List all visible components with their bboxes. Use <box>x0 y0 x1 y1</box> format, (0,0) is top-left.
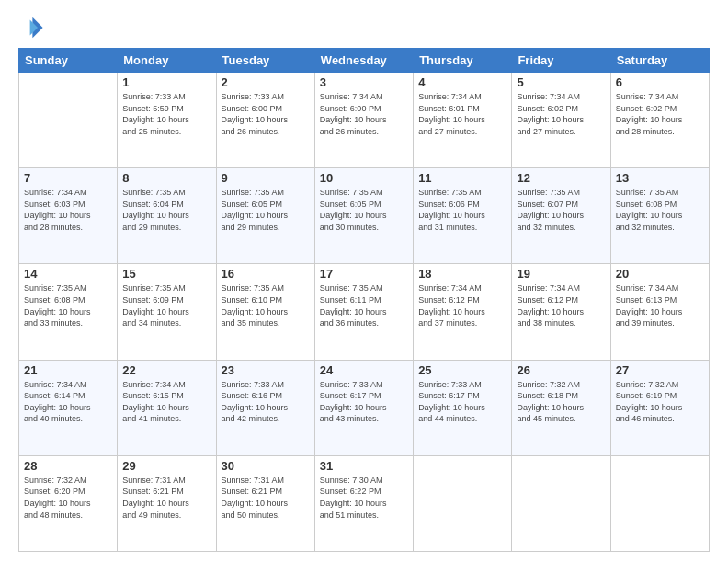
day-number: 13 <box>616 171 704 185</box>
calendar-cell: 1Sunrise: 7:33 AM Sunset: 5:59 PM Daylig… <box>118 73 216 168</box>
calendar-cell: 7Sunrise: 7:34 AM Sunset: 6:03 PM Daylig… <box>19 168 118 264</box>
calendar-cell: 11Sunrise: 7:35 AM Sunset: 6:06 PM Dayli… <box>414 168 512 264</box>
day-info: Sunrise: 7:31 AM Sunset: 6:21 PM Dayligh… <box>222 475 310 521</box>
calendar-cell: 14Sunrise: 7:35 AM Sunset: 6:08 PM Dayli… <box>19 264 118 360</box>
calendar-cell: 4Sunrise: 7:34 AM Sunset: 6:01 PM Daylig… <box>414 73 512 168</box>
day-info: Sunrise: 7:34 AM Sunset: 6:12 PM Dayligh… <box>517 282 605 328</box>
day-number: 25 <box>418 363 506 377</box>
calendar-cell: 13Sunrise: 7:35 AM Sunset: 6:08 PM Dayli… <box>610 168 709 264</box>
calendar-week-row: 14Sunrise: 7:35 AM Sunset: 6:08 PM Dayli… <box>19 264 710 360</box>
day-number: 15 <box>122 267 210 281</box>
day-info: Sunrise: 7:32 AM Sunset: 6:19 PM Dayligh… <box>616 379 704 425</box>
day-number: 16 <box>222 267 310 281</box>
day-number: 31 <box>320 459 408 473</box>
day-number: 22 <box>122 363 210 377</box>
day-number: 20 <box>616 267 704 281</box>
calendar-cell: 30Sunrise: 7:31 AM Sunset: 6:21 PM Dayli… <box>216 455 314 551</box>
calendar-cell: 24Sunrise: 7:33 AM Sunset: 6:17 PM Dayli… <box>314 360 413 455</box>
calendar-day-header: Sunday <box>19 49 118 73</box>
calendar-cell: 18Sunrise: 7:34 AM Sunset: 6:12 PM Dayli… <box>414 264 512 360</box>
day-number: 29 <box>122 459 210 473</box>
day-info: Sunrise: 7:34 AM Sunset: 6:03 PM Dayligh… <box>24 187 112 233</box>
day-info: Sunrise: 7:33 AM Sunset: 6:17 PM Dayligh… <box>320 379 408 425</box>
day-number: 4 <box>418 75 506 89</box>
day-number: 11 <box>418 171 506 185</box>
calendar-cell: 9Sunrise: 7:35 AM Sunset: 6:05 PM Daylig… <box>216 168 314 264</box>
day-info: Sunrise: 7:31 AM Sunset: 6:21 PM Dayligh… <box>122 475 210 521</box>
day-info: Sunrise: 7:34 AM Sunset: 6:13 PM Dayligh… <box>616 282 704 328</box>
calendar-cell: 22Sunrise: 7:34 AM Sunset: 6:15 PM Dayli… <box>118 360 216 455</box>
day-number: 10 <box>320 171 408 185</box>
day-info: Sunrise: 7:34 AM Sunset: 6:15 PM Dayligh… <box>122 379 210 425</box>
calendar-table: SundayMondayTuesdayWednesdayThursdayFrid… <box>18 48 710 552</box>
calendar-cell: 25Sunrise: 7:33 AM Sunset: 6:17 PM Dayli… <box>414 360 512 455</box>
calendar-day-header: Thursday <box>414 49 512 73</box>
logo <box>18 15 48 40</box>
calendar-week-row: 28Sunrise: 7:32 AM Sunset: 6:20 PM Dayli… <box>19 455 710 551</box>
day-number: 17 <box>320 267 408 281</box>
day-info: Sunrise: 7:34 AM Sunset: 6:02 PM Dayligh… <box>616 91 704 137</box>
calendar-cell: 8Sunrise: 7:35 AM Sunset: 6:04 PM Daylig… <box>118 168 216 264</box>
day-info: Sunrise: 7:34 AM Sunset: 6:14 PM Dayligh… <box>24 379 112 425</box>
day-number: 19 <box>517 267 605 281</box>
calendar-day-header: Tuesday <box>216 49 314 73</box>
calendar-day-header: Friday <box>512 49 610 73</box>
day-info: Sunrise: 7:33 AM Sunset: 6:17 PM Dayligh… <box>418 379 506 425</box>
day-info: Sunrise: 7:33 AM Sunset: 6:16 PM Dayligh… <box>222 379 310 425</box>
day-info: Sunrise: 7:35 AM Sunset: 6:07 PM Dayligh… <box>517 187 605 233</box>
calendar-cell: 29Sunrise: 7:31 AM Sunset: 6:21 PM Dayli… <box>118 455 216 551</box>
day-number: 21 <box>24 363 112 377</box>
day-number: 30 <box>222 459 310 473</box>
calendar-week-row: 1Sunrise: 7:33 AM Sunset: 5:59 PM Daylig… <box>19 73 710 168</box>
day-info: Sunrise: 7:34 AM Sunset: 6:01 PM Dayligh… <box>418 91 506 137</box>
calendar-cell: 10Sunrise: 7:35 AM Sunset: 6:05 PM Dayli… <box>314 168 413 264</box>
day-number: 6 <box>616 75 704 89</box>
day-number: 5 <box>517 75 605 89</box>
day-info: Sunrise: 7:33 AM Sunset: 6:00 PM Dayligh… <box>222 91 310 137</box>
calendar-cell: 20Sunrise: 7:34 AM Sunset: 6:13 PM Dayli… <box>610 264 709 360</box>
day-info: Sunrise: 7:34 AM Sunset: 6:00 PM Dayligh… <box>320 91 408 137</box>
day-info: Sunrise: 7:35 AM Sunset: 6:04 PM Dayligh… <box>122 187 210 233</box>
calendar-cell: 27Sunrise: 7:32 AM Sunset: 6:19 PM Dayli… <box>610 360 709 455</box>
calendar-cell: 28Sunrise: 7:32 AM Sunset: 6:20 PM Dayli… <box>19 455 118 551</box>
calendar-week-row: 21Sunrise: 7:34 AM Sunset: 6:14 PM Dayli… <box>19 360 710 455</box>
calendar-cell: 6Sunrise: 7:34 AM Sunset: 6:02 PM Daylig… <box>610 73 709 168</box>
calendar-cell: 19Sunrise: 7:34 AM Sunset: 6:12 PM Dayli… <box>512 264 610 360</box>
day-number: 2 <box>222 75 310 89</box>
day-info: Sunrise: 7:30 AM Sunset: 6:22 PM Dayligh… <box>320 475 408 521</box>
day-number: 3 <box>320 75 408 89</box>
calendar-cell: 23Sunrise: 7:33 AM Sunset: 6:16 PM Dayli… <box>216 360 314 455</box>
day-number: 7 <box>24 171 112 185</box>
calendar-cell <box>512 455 610 551</box>
calendar-header-row: SundayMondayTuesdayWednesdayThursdayFrid… <box>19 49 710 73</box>
calendar-cell: 15Sunrise: 7:35 AM Sunset: 6:09 PM Dayli… <box>118 264 216 360</box>
day-info: Sunrise: 7:35 AM Sunset: 6:08 PM Dayligh… <box>24 282 112 328</box>
day-number: 27 <box>616 363 704 377</box>
day-number: 23 <box>222 363 310 377</box>
day-info: Sunrise: 7:32 AM Sunset: 6:18 PM Dayligh… <box>517 379 605 425</box>
calendar-cell: 5Sunrise: 7:34 AM Sunset: 6:02 PM Daylig… <box>512 73 610 168</box>
calendar-cell: 2Sunrise: 7:33 AM Sunset: 6:00 PM Daylig… <box>216 73 314 168</box>
calendar-cell: 21Sunrise: 7:34 AM Sunset: 6:14 PM Dayli… <box>19 360 118 455</box>
day-info: Sunrise: 7:32 AM Sunset: 6:20 PM Dayligh… <box>24 475 112 521</box>
calendar-cell: 31Sunrise: 7:30 AM Sunset: 6:22 PM Dayli… <box>314 455 413 551</box>
day-number: 8 <box>122 171 210 185</box>
day-info: Sunrise: 7:34 AM Sunset: 6:12 PM Dayligh… <box>418 282 506 328</box>
day-info: Sunrise: 7:35 AM Sunset: 6:11 PM Dayligh… <box>320 282 408 328</box>
day-info: Sunrise: 7:33 AM Sunset: 5:59 PM Dayligh… <box>122 91 210 137</box>
logo-icon <box>18 15 44 40</box>
day-number: 18 <box>418 267 506 281</box>
day-info: Sunrise: 7:34 AM Sunset: 6:02 PM Dayligh… <box>517 91 605 137</box>
calendar-cell <box>610 455 709 551</box>
page: SundayMondayTuesdayWednesdayThursdayFrid… <box>0 0 728 563</box>
calendar-week-row: 7Sunrise: 7:34 AM Sunset: 6:03 PM Daylig… <box>19 168 710 264</box>
header <box>18 15 710 40</box>
calendar-cell: 17Sunrise: 7:35 AM Sunset: 6:11 PM Dayli… <box>314 264 413 360</box>
day-info: Sunrise: 7:35 AM Sunset: 6:06 PM Dayligh… <box>418 187 506 233</box>
calendar-cell: 3Sunrise: 7:34 AM Sunset: 6:00 PM Daylig… <box>314 73 413 168</box>
day-info: Sunrise: 7:35 AM Sunset: 6:08 PM Dayligh… <box>616 187 704 233</box>
day-info: Sunrise: 7:35 AM Sunset: 6:05 PM Dayligh… <box>222 187 310 233</box>
day-info: Sunrise: 7:35 AM Sunset: 6:10 PM Dayligh… <box>222 282 310 328</box>
calendar-day-header: Saturday <box>610 49 709 73</box>
day-number: 26 <box>517 363 605 377</box>
